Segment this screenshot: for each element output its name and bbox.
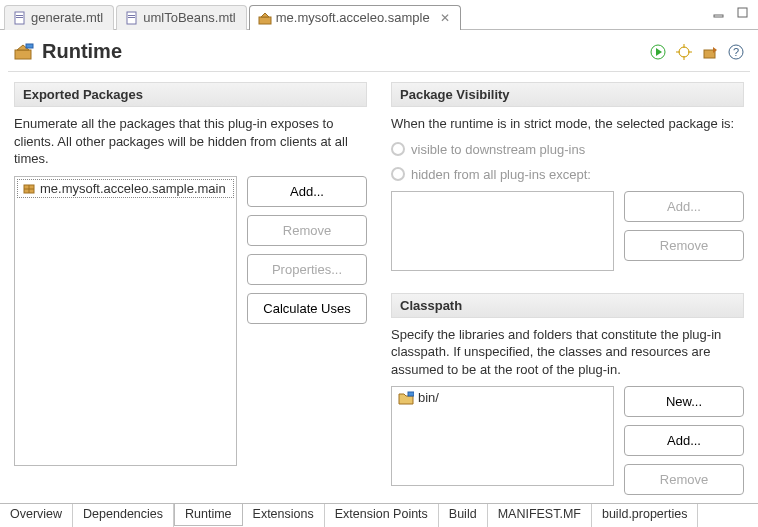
debug-icon[interactable] (676, 44, 692, 60)
maximize-icon[interactable] (736, 6, 750, 20)
runtime-icon (14, 43, 34, 61)
plugin-icon (258, 11, 272, 25)
help-icon[interactable]: ? (728, 44, 744, 60)
remove-button: Remove (624, 464, 744, 495)
package-visibility-desc: When the runtime is in strict mode, the … (391, 115, 744, 133)
list-item[interactable]: me.mysoft.acceleo.sample.main (17, 179, 234, 198)
close-icon[interactable]: ✕ (440, 11, 450, 25)
editor-tab-bar: generate.mtl umlToBeans.mtl me.mysoft.ac… (0, 0, 758, 30)
tab-runtime[interactable]: Runtime (174, 503, 243, 526)
svg-rect-8 (738, 8, 747, 17)
classpath-desc: Specify the libraries and folders that c… (391, 326, 744, 379)
radio-icon (391, 167, 405, 181)
svg-rect-5 (128, 17, 135, 18)
exported-packages-desc: Enumerate all the packages that this plu… (14, 115, 367, 168)
tab-extension-points[interactable]: Extension Points (325, 504, 439, 527)
add-button: Add... (624, 191, 744, 222)
remove-button: Remove (247, 215, 367, 246)
svg-rect-23 (408, 392, 414, 396)
properties-button: Properties... (247, 254, 367, 285)
page-title: Runtime (42, 40, 122, 63)
form-header: Runtime ? (0, 30, 758, 71)
add-button[interactable]: Add... (247, 176, 367, 207)
tab-overview[interactable]: Overview (0, 504, 73, 527)
radio-icon (391, 142, 405, 156)
minimize-icon[interactable] (712, 6, 726, 20)
classpath-entry: bin/ (418, 390, 439, 405)
exported-packages-list[interactable]: me.mysoft.acceleo.sample.main (14, 176, 237, 466)
svg-rect-7 (714, 15, 723, 17)
tab-extensions[interactable]: Extensions (243, 504, 325, 527)
tab-manifest[interactable]: MANIFEST.MF (488, 504, 592, 527)
editor-tab-umltobeans[interactable]: umlToBeans.mtl (116, 5, 246, 30)
svg-text:?: ? (733, 46, 739, 58)
editor-tab-manifest[interactable]: me.mysoft.acceleo.sample ✕ (249, 5, 461, 30)
run-icon[interactable] (650, 44, 666, 60)
svg-point-12 (679, 47, 689, 57)
add-button[interactable]: Add... (624, 425, 744, 456)
svg-rect-6 (259, 17, 271, 24)
package-icon (22, 181, 36, 195)
remove-button: Remove (624, 230, 744, 261)
file-icon (13, 11, 27, 25)
radio-label: visible to downstream plug-ins (411, 142, 585, 157)
svg-rect-4 (128, 15, 135, 16)
folder-icon (398, 391, 414, 405)
radio-label: hidden from all plug-ins except: (411, 167, 591, 182)
svg-rect-2 (16, 17, 23, 18)
svg-rect-1 (16, 15, 23, 16)
export-icon[interactable] (702, 44, 718, 60)
package-visibility-title: Package Visibility (391, 82, 744, 107)
list-item[interactable]: bin/ (394, 389, 611, 406)
editor-page-tabs: Overview Dependencies Runtime Extensions… (0, 503, 758, 527)
radio-visible: visible to downstream plug-ins (391, 141, 744, 158)
tab-label: umlToBeans.mtl (143, 10, 235, 25)
file-icon (125, 11, 139, 25)
exported-packages-title: Exported Packages (14, 82, 367, 107)
new-button[interactable]: New... (624, 386, 744, 417)
tab-dependencies[interactable]: Dependencies (73, 504, 174, 527)
tab-label: generate.mtl (31, 10, 103, 25)
classpath-list[interactable]: bin/ (391, 386, 614, 486)
tab-build[interactable]: Build (439, 504, 488, 527)
svg-rect-10 (26, 44, 33, 48)
tab-label: me.mysoft.acceleo.sample (276, 10, 430, 25)
classpath-title: Classpath (391, 293, 744, 318)
editor-tab-generate[interactable]: generate.mtl (4, 5, 114, 30)
svg-rect-9 (15, 50, 31, 59)
package-name: me.mysoft.acceleo.sample.main (40, 181, 226, 196)
calculate-uses-button[interactable]: Calculate Uses (247, 293, 367, 324)
radio-hidden: hidden from all plug-ins except: (391, 166, 744, 183)
visibility-exceptions-list (391, 191, 614, 271)
tab-build-properties[interactable]: build.properties (592, 504, 698, 527)
